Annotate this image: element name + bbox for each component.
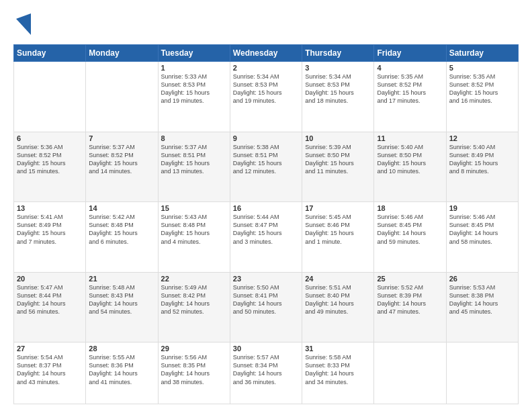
day-info: Sunrise: 5:48 AMSunset: 8:43 PMDaylight:… — [89, 283, 154, 316]
weekday-header-sunday: Sunday — [14, 45, 86, 62]
calendar-cell — [374, 342, 446, 404]
weekday-header-friday: Friday — [374, 45, 446, 62]
day-number: 26 — [449, 275, 515, 283]
day-info: Sunrise: 5:53 AMSunset: 8:38 PMDaylight:… — [449, 283, 515, 316]
day-number: 20 — [17, 275, 83, 283]
day-number: 23 — [233, 275, 299, 283]
day-info: Sunrise: 5:55 AMSunset: 8:36 PMDaylight:… — [89, 353, 154, 386]
calendar-cell: 18Sunrise: 5:46 AMSunset: 8:45 PMDayligh… — [374, 202, 446, 273]
calendar-cell: 9Sunrise: 5:38 AMSunset: 8:51 PMDaylight… — [230, 132, 302, 202]
day-number: 14 — [89, 204, 154, 212]
day-number: 18 — [377, 204, 443, 212]
calendar-cell: 3Sunrise: 5:34 AMSunset: 8:53 PMDaylight… — [302, 62, 374, 132]
day-info: Sunrise: 5:58 AMSunset: 8:33 PMDaylight:… — [305, 353, 371, 386]
calendar-cell: 6Sunrise: 5:36 AMSunset: 8:52 PMDaylight… — [14, 132, 86, 202]
weekday-header-tuesday: Tuesday — [158, 45, 230, 62]
day-info: Sunrise: 5:44 AMSunset: 8:47 PMDaylight:… — [233, 213, 299, 246]
day-info: Sunrise: 5:39 AMSunset: 8:50 PMDaylight:… — [305, 143, 371, 176]
calendar-cell: 22Sunrise: 5:49 AMSunset: 8:42 PMDayligh… — [158, 272, 230, 342]
day-number: 1 — [161, 64, 227, 72]
calendar-cell: 14Sunrise: 5:42 AMSunset: 8:48 PMDayligh… — [86, 202, 158, 273]
day-info: Sunrise: 5:51 AMSunset: 8:40 PMDaylight:… — [305, 283, 371, 316]
calendar-cell: 20Sunrise: 5:47 AMSunset: 8:44 PMDayligh… — [14, 272, 86, 342]
calendar-cell: 17Sunrise: 5:45 AMSunset: 8:46 PMDayligh… — [302, 202, 374, 273]
calendar-cell: 23Sunrise: 5:50 AMSunset: 8:41 PMDayligh… — [230, 272, 302, 342]
day-info: Sunrise: 5:34 AMSunset: 8:53 PMDaylight:… — [305, 73, 371, 105]
calendar-week-row: 6Sunrise: 5:36 AMSunset: 8:52 PMDaylight… — [14, 132, 519, 202]
weekday-header-monday: Monday — [86, 45, 158, 62]
calendar-cell: 8Sunrise: 5:37 AMSunset: 8:51 PMDaylight… — [158, 132, 230, 202]
day-info: Sunrise: 5:38 AMSunset: 8:51 PMDaylight:… — [233, 143, 299, 176]
calendar-cell: 10Sunrise: 5:39 AMSunset: 8:50 PMDayligh… — [302, 132, 374, 202]
day-number: 30 — [233, 345, 299, 353]
day-info: Sunrise: 5:54 AMSunset: 8:37 PMDaylight:… — [17, 353, 83, 386]
day-number: 15 — [161, 204, 227, 212]
calendar-cell: 27Sunrise: 5:54 AMSunset: 8:37 PMDayligh… — [14, 342, 86, 404]
calendar-cell: 28Sunrise: 5:55 AMSunset: 8:36 PMDayligh… — [86, 342, 158, 404]
calendar-cell: 24Sunrise: 5:51 AMSunset: 8:40 PMDayligh… — [302, 272, 374, 342]
weekday-header-saturday: Saturday — [446, 45, 518, 62]
day-info: Sunrise: 5:37 AMSunset: 8:51 PMDaylight:… — [161, 143, 227, 176]
svg-marker-0 — [16, 13, 31, 35]
day-info: Sunrise: 5:49 AMSunset: 8:42 PMDaylight:… — [161, 283, 227, 316]
day-number: 24 — [305, 275, 371, 283]
day-number: 17 — [305, 204, 371, 212]
day-info: Sunrise: 5:42 AMSunset: 8:48 PMDaylight:… — [89, 213, 154, 246]
day-info: Sunrise: 5:46 AMSunset: 8:45 PMDaylight:… — [449, 213, 515, 246]
day-info: Sunrise: 5:37 AMSunset: 8:52 PMDaylight:… — [89, 143, 154, 176]
calendar-week-row: 27Sunrise: 5:54 AMSunset: 8:37 PMDayligh… — [14, 342, 519, 404]
calendar-table: SundayMondayTuesdayWednesdayThursdayFrid… — [13, 44, 519, 404]
day-info: Sunrise: 5:56 AMSunset: 8:35 PMDaylight:… — [161, 353, 227, 386]
day-info: Sunrise: 5:36 AMSunset: 8:52 PMDaylight:… — [17, 143, 83, 176]
day-number: 22 — [161, 275, 227, 283]
header — [13, 12, 519, 38]
calendar-cell: 31Sunrise: 5:58 AMSunset: 8:33 PMDayligh… — [302, 342, 374, 404]
calendar-cell: 19Sunrise: 5:46 AMSunset: 8:45 PMDayligh… — [446, 202, 518, 273]
calendar-cell: 15Sunrise: 5:43 AMSunset: 8:48 PMDayligh… — [158, 202, 230, 273]
day-info: Sunrise: 5:34 AMSunset: 8:53 PMDaylight:… — [233, 73, 299, 105]
day-info: Sunrise: 5:57 AMSunset: 8:34 PMDaylight:… — [233, 353, 299, 386]
calendar-cell: 25Sunrise: 5:52 AMSunset: 8:39 PMDayligh… — [374, 272, 446, 342]
calendar-cell: 26Sunrise: 5:53 AMSunset: 8:38 PMDayligh… — [446, 272, 518, 342]
calendar-cell: 11Sunrise: 5:40 AMSunset: 8:50 PMDayligh… — [374, 132, 446, 202]
day-number: 8 — [161, 134, 227, 142]
day-number: 19 — [449, 204, 515, 212]
day-number: 21 — [89, 275, 154, 283]
day-number: 27 — [17, 345, 83, 353]
calendar-week-row: 13Sunrise: 5:41 AMSunset: 8:49 PMDayligh… — [14, 202, 519, 273]
calendar-cell: 2Sunrise: 5:34 AMSunset: 8:53 PMDaylight… — [230, 62, 302, 132]
calendar-cell: 29Sunrise: 5:56 AMSunset: 8:35 PMDayligh… — [158, 342, 230, 404]
day-number: 2 — [233, 64, 299, 72]
logo — [13, 12, 31, 38]
weekday-header-wednesday: Wednesday — [230, 45, 302, 62]
day-number: 5 — [449, 64, 515, 72]
day-number: 4 — [377, 64, 443, 72]
day-number: 29 — [161, 345, 227, 353]
day-info: Sunrise: 5:35 AMSunset: 8:52 PMDaylight:… — [449, 73, 515, 105]
day-number: 11 — [377, 134, 443, 142]
day-info: Sunrise: 5:33 AMSunset: 8:53 PMDaylight:… — [161, 73, 227, 105]
calendar-cell: 12Sunrise: 5:40 AMSunset: 8:49 PMDayligh… — [446, 132, 518, 202]
calendar-week-row: 20Sunrise: 5:47 AMSunset: 8:44 PMDayligh… — [14, 272, 519, 342]
calendar-week-row: 1Sunrise: 5:33 AMSunset: 8:53 PMDaylight… — [14, 62, 519, 132]
calendar-cell — [86, 62, 158, 132]
day-number: 3 — [305, 64, 371, 72]
day-number: 9 — [233, 134, 299, 142]
day-number: 6 — [17, 134, 83, 142]
calendar-cell: 4Sunrise: 5:35 AMSunset: 8:52 PMDaylight… — [374, 62, 446, 132]
day-info: Sunrise: 5:46 AMSunset: 8:45 PMDaylight:… — [377, 213, 443, 246]
day-number: 7 — [89, 134, 154, 142]
day-info: Sunrise: 5:45 AMSunset: 8:46 PMDaylight:… — [305, 213, 371, 246]
day-number: 10 — [305, 134, 371, 142]
day-number: 16 — [233, 204, 299, 212]
day-info: Sunrise: 5:35 AMSunset: 8:52 PMDaylight:… — [377, 73, 443, 105]
logo-icon — [16, 13, 31, 38]
day-info: Sunrise: 5:50 AMSunset: 8:41 PMDaylight:… — [233, 283, 299, 316]
day-info: Sunrise: 5:41 AMSunset: 8:49 PMDaylight:… — [17, 213, 83, 246]
day-info: Sunrise: 5:43 AMSunset: 8:48 PMDaylight:… — [161, 213, 227, 246]
weekday-header-thursday: Thursday — [302, 45, 374, 62]
day-info: Sunrise: 5:40 AMSunset: 8:50 PMDaylight:… — [377, 143, 443, 176]
day-number: 12 — [449, 134, 515, 142]
day-number: 28 — [89, 345, 154, 353]
calendar-cell — [446, 342, 518, 404]
